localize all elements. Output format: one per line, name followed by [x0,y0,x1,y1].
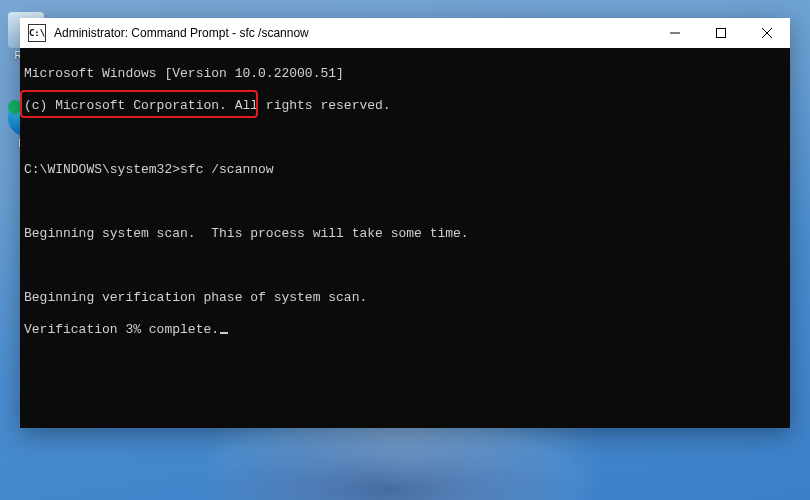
terminal-line-verify-phase: Beginning verification phase of system s… [24,290,786,306]
terminal-line-progress: Verification 3% complete. [24,322,786,338]
maximize-button[interactable] [698,18,744,48]
close-button[interactable] [744,18,790,48]
terminal-output[interactable]: Microsoft Windows [Version 10.0.22000.51… [20,48,790,428]
wallpaper-bloom-dark [200,420,580,500]
close-icon [762,28,772,38]
terminal-line-begin-scan: Beginning system scan. This process will… [24,226,786,242]
terminal-blank-line [24,194,786,210]
progress-text: Verification 3% complete. [24,322,219,337]
terminal-blank-line [24,130,786,146]
terminal-line-version: Microsoft Windows [Version 10.0.22000.51… [24,66,786,82]
command-prompt-window: C:\ Administrator: Command Prompt - sfc … [20,18,790,428]
cursor-icon [220,332,228,334]
titlebar[interactable]: C:\ Administrator: Command Prompt - sfc … [20,18,790,48]
minimize-button[interactable] [652,18,698,48]
prompt-path: C:\WINDOWS\system32> [24,162,180,177]
maximize-icon [716,28,726,38]
terminal-line-copyright: (c) Microsoft Corporation. All rights re… [24,98,786,114]
terminal-line-prompt: C:\WINDOWS\system32>sfc /scannow [24,162,786,178]
app-icon-text: C:\ [29,28,45,38]
terminal-blank-line [24,258,786,274]
window-title: Administrator: Command Prompt - sfc /sca… [54,26,309,40]
prompt-command: sfc /scannow [180,162,274,177]
command-prompt-icon: C:\ [28,24,46,42]
minimize-icon [670,28,680,38]
svg-rect-1 [717,29,726,38]
